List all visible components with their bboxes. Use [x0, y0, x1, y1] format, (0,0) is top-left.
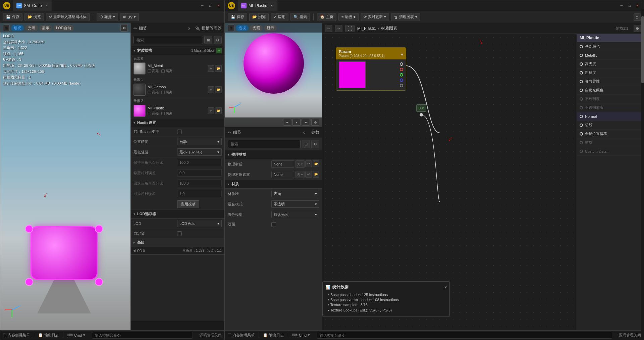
right-maximize-btn[interactable]: □: [626, 2, 633, 9]
advanced-section-header[interactable]: ▸ 高级: [131, 238, 224, 247]
left-search-grid-btn[interactable]: ⊞: [204, 36, 212, 44]
viewport-settings-btn[interactable]: ⚙: [120, 24, 128, 32]
cmd-input[interactable]: [92, 332, 193, 339]
nav-settings-btn[interactable]: ⚙: [634, 25, 641, 32]
left-uv-btn[interactable]: ⊞ UV ▾: [120, 13, 139, 21]
viewport-perspective-btn[interactable]: 透视: [11, 25, 24, 31]
right-save-btn[interactable]: 💾 保存: [228, 13, 247, 21]
viewport-menu-btn[interactable]: ☰: [3, 25, 10, 31]
nav-forward-btn[interactable]: →: [335, 25, 342, 32]
vp-btn-2[interactable]: ●: [292, 119, 301, 126]
slot-2-highlight[interactable]: 高亮: [148, 111, 159, 116]
left-search-input[interactable]: [133, 36, 203, 44]
left-tab[interactable]: SM SM_Crate ×: [13, 0, 52, 11]
right-scrollbar[interactable]: [641, 34, 644, 330]
material-section-header[interactable]: ▾ 材质: [225, 180, 322, 189]
right-browse-btn[interactable]: 📂 浏览: [249, 13, 269, 21]
right-viewport-menu-btn[interactable]: ☰: [228, 25, 234, 31]
phys-mat-section-header[interactable]: ▾ 物理材质: [225, 150, 322, 159]
right-search-btn[interactable]: 🔍 搜索: [290, 13, 310, 21]
right-search-gear-btn[interactable]: ⚙: [311, 140, 319, 148]
mat-slots-add-btn[interactable]: +: [216, 48, 222, 53]
scrollbar-thumb[interactable]: [641, 34, 644, 83]
left-close-btn[interactable]: ×: [215, 2, 222, 9]
slot-0-browse-btn[interactable]: 📂: [215, 65, 222, 72]
right-output-log-btn[interactable]: 📋 输出日志: [263, 333, 284, 338]
selector-dropdown[interactable]: 0 ▾: [416, 104, 426, 112]
phys-mat-none-select[interactable]: None: [271, 160, 294, 168]
right-cmd-input[interactable]: [317, 332, 612, 339]
slot-1-browse-btn[interactable]: 📂: [215, 86, 222, 93]
right-params-tab[interactable]: 参数: [311, 130, 319, 135]
selector-node[interactable]: 0 ▾: [416, 104, 426, 116]
right-search-grid-btn[interactable]: ⊞: [302, 140, 310, 148]
phys-mat-browse-btn[interactable]: 📂: [313, 160, 319, 167]
right-tab-close[interactable]: ×: [269, 3, 274, 8]
right-viewport[interactable]: ☰ 透视 光照 显示 Y X: [225, 23, 322, 127]
slot-0-isolate[interactable]: 隔离: [161, 69, 172, 74]
keep-triangle-input[interactable]: [177, 159, 222, 166]
slot-0-highlight[interactable]: 高亮: [148, 69, 159, 74]
slot-2-isolate[interactable]: 隔离: [161, 111, 172, 116]
viewport-lighting-btn[interactable]: 光照: [25, 25, 38, 31]
right-realtime-btn[interactable]: ⟳ 实时更新 ▾: [361, 13, 389, 21]
apply-changes-btn[interactable]: 应用改动: [177, 200, 199, 208]
slot-1-goto-btn[interactable]: ↩: [208, 86, 214, 93]
blend-mode-select[interactable]: 不透明 ▾: [271, 200, 319, 208]
vp-btn-4[interactable]: ⚙: [311, 119, 319, 126]
right-tab[interactable]: MI MI_Plastic ×: [238, 0, 277, 11]
material-slots-section-header[interactable]: ▾ 材质插槽 3 Material Slots +: [131, 46, 224, 55]
slot-2-highlight-checkbox[interactable]: [148, 112, 151, 115]
slot-0-goto-btn[interactable]: ↩: [208, 65, 214, 72]
lod-section-header[interactable]: ▾ LOD选取器: [131, 210, 224, 218]
slot-1-isolate-checkbox[interactable]: [161, 91, 165, 94]
vp-btn-1[interactable]: ●: [283, 119, 291, 126]
right-clearmap-btn[interactable]: 🗑 清理图表 ▾: [391, 13, 420, 21]
slot-2-browse-btn[interactable]: 📂: [215, 107, 222, 114]
left-viewport[interactable]: ☰ 透视 光照 显示 LOD自动 ⚙ LOD 0 当前屏幕大小：0.796379…: [0, 23, 130, 330]
slot-1-highlight[interactable]: 高亮: [148, 90, 159, 95]
left-source-control[interactable]: 源码管理关闭: [200, 333, 222, 338]
nanite-section-header[interactable]: ▾ Nanite设置: [131, 118, 224, 127]
left-panel-close[interactable]: ×: [188, 26, 191, 31]
slot-2-isolate-checkbox[interactable]: [161, 112, 165, 115]
left-browse-btn[interactable]: 📂 浏览: [24, 13, 44, 21]
param-node[interactable]: Param Param (0.708,4.22e-08,0.55,1) ▴: [336, 47, 406, 91]
right-search-input[interactable]: [228, 140, 301, 148]
slot-1-isolate[interactable]: 隔离: [161, 90, 172, 95]
fallback-error-input[interactable]: [177, 190, 222, 197]
shading-model-select[interactable]: 默认光照 ▾: [271, 211, 319, 218]
slot-2-goto-btn[interactable]: ↩: [208, 107, 214, 114]
right-layers-btn[interactable]: ≡ 层级 ▾: [338, 13, 359, 21]
lod-select[interactable]: LOD Auto ▾: [177, 220, 222, 227]
right-panel-close[interactable]: ×: [303, 130, 305, 135]
right-content-menu-btn[interactable]: ☰ 内容侧滑菜单: [228, 333, 255, 338]
slot-0-isolate-checkbox[interactable]: [161, 69, 165, 73]
right-vp-show-btn[interactable]: 显示: [264, 25, 277, 31]
left-maximize-btn[interactable]: □: [207, 2, 214, 9]
phys-mat-override-none-btn[interactable]: 无 ▾: [296, 171, 305, 178]
viewport-show-btn[interactable]: 显示: [39, 25, 52, 31]
right-home-btn[interactable]: 🏠 主页: [317, 13, 336, 21]
param-node-collapse-btn[interactable]: ▴: [401, 51, 403, 56]
slot-1-highlight-checkbox[interactable]: [148, 91, 151, 94]
plugin-manager-btn[interactable]: 🔌 插槽管理器: [195, 26, 222, 31]
left-minimize-btn[interactable]: ─: [199, 2, 206, 9]
left-content-menu-btn[interactable]: ☰ 内容侧滑菜单: [3, 333, 30, 338]
right-toolbar-expand-btn[interactable]: »: [634, 13, 641, 21]
vp-btn-3[interactable]: ●: [302, 119, 310, 126]
stats-close-btn[interactable]: ×: [444, 285, 447, 290]
right-source-control[interactable]: 源码管理关闭: [619, 333, 641, 338]
right-vp-perspective-btn[interactable]: 透视: [236, 25, 249, 31]
phys-mat-override-goto-btn[interactable]: ↩: [305, 171, 312, 178]
node-graph-area[interactable]: Param Param (0.708,4.22e-08,0.55,1) ▴: [322, 34, 577, 330]
trim-error-input[interactable]: [177, 169, 222, 177]
min-resident-select[interactable]: 最小（32 KB） ▾: [177, 148, 222, 156]
left-output-log-btn[interactable]: 📋 输出日志: [38, 333, 59, 338]
phys-mat-override-select[interactable]: None: [271, 171, 294, 178]
right-vp-lighting-btn[interactable]: 光照: [250, 25, 263, 31]
nav-back-btn[interactable]: ←: [325, 25, 332, 32]
phys-mat-goto-btn[interactable]: ↩: [305, 160, 312, 167]
right-minimize-btn[interactable]: ─: [618, 2, 625, 9]
left-save-btn[interactable]: 💾 保存: [3, 13, 22, 21]
